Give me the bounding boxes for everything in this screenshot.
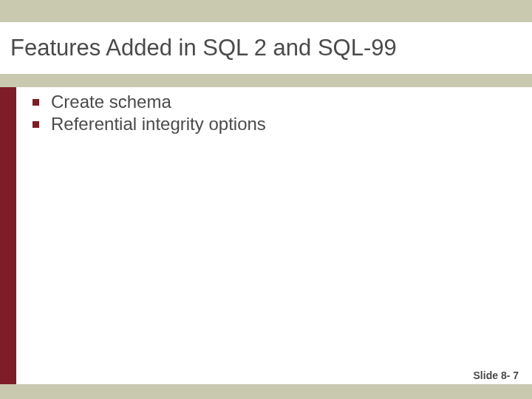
bullet-text: Referential integrity options [51,114,266,134]
bullet-text: Create schema [51,92,171,112]
slide-title: Features Added in SQL 2 and SQL-99 [0,35,397,61]
content-area: Create schema Referential integrity opti… [33,92,517,136]
top-decorative-band [0,0,532,22]
list-item: Referential integrity options [33,114,517,134]
square-bullet-icon [33,121,39,128]
title-band: Features Added in SQL 2 and SQL-99 [0,22,532,74]
bottom-decorative-band [0,384,532,399]
square-bullet-icon [33,99,39,106]
slide-number: Slide 8- 7 [474,369,519,381]
under-title-band [0,74,532,87]
left-accent-bar [0,87,16,384]
slide: Features Added in SQL 2 and SQL-99 Creat… [0,0,532,399]
list-item: Create schema [33,92,517,112]
